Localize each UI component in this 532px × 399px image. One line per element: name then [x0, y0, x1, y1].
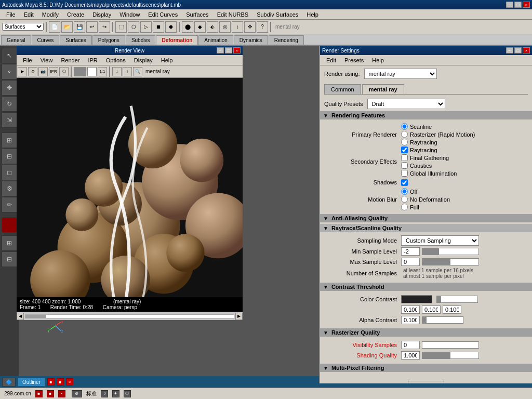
rv-menu-render[interactable]: Render	[57, 56, 84, 64]
menu-subdiv[interactable]: Subdiv Surfaces	[252, 10, 302, 19]
menu-help[interactable]: Help	[302, 10, 323, 19]
rv-menu-options[interactable]: Options	[102, 56, 130, 64]
contrast-threshold-header[interactable]: ▼ Contrast Threshold	[320, 283, 532, 291]
tb-btn-5[interactable]: ↪	[99, 21, 110, 33]
tb-btn-13[interactable]: ⬖	[207, 21, 218, 33]
rv-tb-9[interactable]: 🔍	[133, 67, 142, 76]
minimize-btn[interactable]: −	[506, 2, 513, 8]
tab-dynamics[interactable]: Dynamics	[234, 35, 268, 45]
grid-btn[interactable]: ⊞	[2, 235, 17, 251]
radio-full-input[interactable]	[401, 204, 408, 210]
rs-scroll-area[interactable]: Quality Presets Draft ▼ Rendering Featur…	[320, 97, 532, 383]
tb-btn-11[interactable]: ⬤	[182, 21, 193, 33]
tab-general[interactable]: General	[1, 35, 31, 45]
radio-nodeform-input[interactable]	[401, 196, 408, 203]
color-b-input[interactable]	[443, 305, 461, 314]
radio-off-input[interactable]	[401, 188, 408, 195]
rv-tb-7[interactable]: ↓	[112, 67, 122, 76]
check-fg-input[interactable]	[401, 154, 408, 161]
tb-btn-14[interactable]: ◎	[219, 21, 231, 33]
select-tool-btn[interactable]: ↖	[2, 48, 17, 63]
visibility-samples-input[interactable]	[401, 341, 420, 349]
menu-modify[interactable]: Modify	[38, 10, 63, 19]
menu-file[interactable]: File	[2, 10, 20, 19]
status-btn3[interactable]: ×	[58, 390, 65, 397]
menu-edit[interactable]: Edit	[20, 10, 38, 19]
alpha-contrast-input[interactable]	[401, 316, 420, 324]
sampling-mode-select[interactable]: Custom Sampling	[401, 235, 479, 246]
tab-animation[interactable]: Animation	[198, 35, 233, 45]
tool-btn-10[interactable]: ✏	[2, 197, 17, 212]
rs-menu-edit[interactable]: Edit	[322, 56, 340, 64]
taskbar-btn1[interactable]: ■	[47, 378, 55, 385]
rs-close[interactable]: ×	[523, 47, 530, 54]
check-gi[interactable]: Global Illumination	[401, 170, 457, 177]
anti-aliasing-header[interactable]: ▼ Anti-Aliasing Quality	[320, 214, 532, 222]
rv-scroll-thumb[interactable]	[25, 315, 46, 318]
status-btn2[interactable]: ■	[47, 390, 54, 397]
tool-btn-3[interactable]: ✥	[2, 80, 17, 96]
tool-btn-4[interactable]: ↻	[2, 96, 17, 112]
rv-menu-display[interactable]: Display	[130, 56, 157, 64]
rv-menu-file[interactable]: File	[19, 56, 36, 64]
render-using-select[interactable]: mental ray	[364, 69, 437, 79]
rs-minimize[interactable]: −	[506, 47, 513, 54]
rs-menu-presets[interactable]: Presets	[340, 56, 368, 64]
grid-btn2[interactable]: ⊟	[2, 251, 17, 267]
rv-hscrollbar[interactable]: ◀ ▶	[17, 312, 243, 320]
shadows-checkbox[interactable]	[401, 179, 408, 186]
tb-btn-3[interactable]: 💾	[74, 21, 85, 33]
tb-btn-7[interactable]: ⬡	[128, 21, 139, 33]
close-btn[interactable]: ×	[523, 2, 530, 8]
status-icon3[interactable]: ✦	[112, 390, 119, 397]
taskbar-btn3[interactable]: ×	[66, 378, 73, 385]
tab-deformation[interactable]: Deformation	[156, 35, 198, 45]
radio-no-deform[interactable]: No Deformation	[401, 196, 450, 203]
rv-tb-1[interactable]: ▶	[18, 67, 27, 76]
rv-menu-help[interactable]: Help	[157, 56, 177, 64]
shading-quality-input[interactable]	[401, 351, 420, 360]
radio-off[interactable]: Off	[401, 188, 450, 195]
check-final-gathering[interactable]: Final Gathering	[401, 154, 457, 161]
tool-btn-8[interactable]: ◻	[2, 165, 17, 180]
tool-btn-7[interactable]: ⊟	[2, 149, 17, 164]
rv-tb-8[interactable]: ↑	[123, 67, 132, 76]
tab-rendering[interactable]: Rendering	[269, 35, 304, 45]
tb-btn-4[interactable]: ↩	[86, 21, 98, 33]
rv-scroll-left[interactable]: ◀	[17, 313, 24, 320]
rs-menu-help[interactable]: Help	[368, 56, 388, 64]
menu-display[interactable]: Display	[88, 10, 115, 19]
status-icon1[interactable]: ⚙	[72, 390, 82, 397]
menu-window[interactable]: Window	[115, 10, 144, 19]
check-raytracing-input[interactable]	[401, 147, 408, 153]
rs-maximize[interactable]: □	[514, 47, 522, 54]
taskbar-outliner[interactable]: Outliner	[18, 378, 45, 387]
radio-scanline[interactable]: Scanline	[401, 123, 475, 130]
tb-btn-17[interactable]: ?	[257, 21, 268, 33]
status-btn1[interactable]: ■	[35, 390, 43, 397]
toolbar-mode-select[interactable]: Surfaces	[2, 23, 44, 31]
alpha-slider[interactable]	[422, 316, 463, 324]
menu-edit-curves[interactable]: Edit Curves	[144, 10, 182, 19]
rv-tb-6[interactable]: 1:1	[98, 67, 107, 76]
check-gi-input[interactable]	[401, 170, 408, 177]
rv-tb-white[interactable]	[87, 67, 97, 76]
check-caustics[interactable]: Caustics	[401, 162, 457, 169]
rv-tb-2[interactable]: ⚙	[28, 67, 37, 76]
taskbar-maya[interactable]: 🔷	[2, 378, 16, 387]
radio-rasterizer[interactable]: Rasterizer (Rapid Motion)	[401, 131, 475, 138]
visibility-slider[interactable]	[422, 341, 479, 349]
tb-btn-8[interactable]: ▷	[140, 21, 152, 33]
tool-btn-9[interactable]: ⚙	[2, 181, 17, 196]
tb-btn-16[interactable]: ✥	[244, 21, 256, 33]
radio-raytracing[interactable]: Raytracing	[401, 139, 475, 145]
tool-btn-2[interactable]: ⚬	[2, 64, 17, 79]
rs-tab-mental-ray[interactable]: mental ray	[362, 84, 404, 94]
color-g-input[interactable]	[422, 305, 441, 314]
rv-minimize[interactable]: −	[217, 47, 224, 54]
tb-btn-9[interactable]: ⏹	[153, 21, 164, 33]
tab-polygons[interactable]: Polygons	[92, 35, 125, 45]
rs-close-button[interactable]: Close	[408, 381, 444, 383]
shading-slider[interactable]	[422, 352, 479, 359]
multi-pixel-header[interactable]: ▼ Multi-Pixel Filtering	[320, 364, 532, 372]
